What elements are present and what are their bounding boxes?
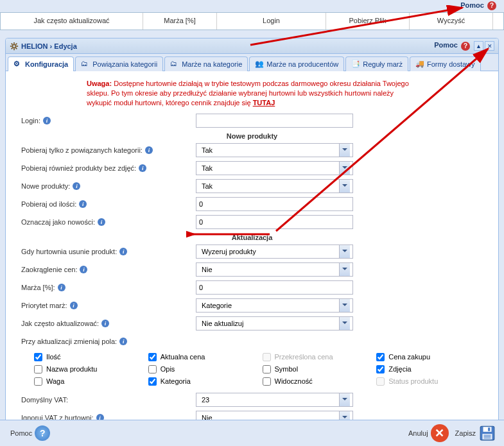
check-cena-zakupu[interactable]: Cena zakupu: [376, 353, 488, 361]
info-icon[interactable]: i: [98, 218, 105, 226]
login-input[interactable]: [196, 114, 353, 128]
info-icon[interactable]: i: [80, 266, 87, 273]
toolbar-col[interactable]: Pobierz Plik: [326, 13, 410, 30]
rounding-label: Zaokrąglenie cen:: [21, 266, 77, 273]
info-icon[interactable]: i: [43, 117, 51, 124]
toolbar-col[interactable]: Jak często aktualizować: [1, 13, 143, 30]
toolbar-col[interactable]: Wyczyść: [410, 13, 493, 30]
check-symbol[interactable]: Symbol: [263, 365, 374, 373]
checkbox-label: Przekreślona cena: [275, 353, 333, 361]
checkbox-label: Symbol: [275, 365, 299, 373]
default-vat-select[interactable]: 23: [196, 393, 353, 407]
update-freq-select[interactable]: Nie aktualizuj: [196, 316, 353, 330]
tab-icon: 🗂: [81, 60, 90, 69]
info-icon[interactable]: i: [70, 302, 78, 309]
checkbox-label: Status produktu: [388, 377, 438, 385]
margin-label: Marża [%]:: [21, 284, 55, 291]
check-aktualna-cena[interactable]: Aktualna cena: [148, 353, 260, 361]
section-update: Aktualizacja: [16, 234, 488, 241]
help-icon: ?: [461, 42, 470, 51]
mark-new-input[interactable]: [196, 215, 353, 229]
checkbox[interactable]: [148, 365, 157, 373]
update-freq-label: Jak często aktualizować:: [21, 320, 99, 327]
top-help-link[interactable]: Pomoc ?: [460, 1, 496, 10]
checkbox[interactable]: [376, 353, 385, 361]
tab-strip: ⚙Konfiguracja🗂Powiązania kategorii🗂Marże…: [6, 54, 498, 71]
info-icon[interactable]: i: [145, 146, 153, 154]
info-icon[interactable]: i: [139, 164, 146, 172]
update-fields-checks: IlośćAktualna cenaPrzekreślona cenaCena …: [34, 353, 488, 386]
tab-icon: 📑: [351, 60, 360, 69]
form-body: Uwaga: Dostępne hurtownie działają w try…: [6, 71, 498, 429]
chevron-down-icon: [339, 317, 350, 330]
panel-help-link[interactable]: Pomoc ?: [434, 41, 470, 50]
check-waga[interactable]: Waga: [34, 377, 146, 386]
help-icon: ?: [487, 1, 496, 10]
checkbox-label: Waga: [46, 377, 64, 385]
margin-input[interactable]: [196, 280, 353, 295]
checkbox-label: Ilość: [46, 353, 61, 361]
check-ilość[interactable]: Ilość: [34, 353, 146, 361]
svg-line-8: [16, 43, 17, 44]
on-remove-select[interactable]: Wyzeruj produkty: [196, 244, 353, 259]
linked-cats-select[interactable]: Tak: [196, 143, 353, 157]
checkbox[interactable]: [34, 377, 42, 386]
info-icon[interactable]: i: [101, 320, 109, 327]
mark-new-label: Oznaczaj jako nowości:: [21, 218, 95, 226]
chevron-down-icon: [339, 299, 350, 312]
close-button[interactable]: ✕: [485, 41, 494, 51]
new-products-select[interactable]: Tak: [196, 179, 353, 193]
warning-link[interactable]: TUTAJ: [253, 99, 275, 107]
check-zdjęcia[interactable]: Zdjęcia: [376, 365, 488, 373]
info-icon[interactable]: i: [58, 284, 65, 291]
info-icon[interactable]: i: [119, 338, 127, 345]
checkbox[interactable]: [376, 365, 385, 373]
checkbox-label: Widoczność: [275, 377, 313, 385]
chevron-down-icon: [339, 263, 350, 276]
checkbox: [376, 377, 385, 386]
rounding-select[interactable]: Nie: [196, 262, 353, 277]
margin-priority-select[interactable]: Kategorie: [196, 298, 353, 313]
tab-marże-na-kategorie[interactable]: 🗂Marże na kategorie: [164, 56, 248, 71]
checkbox[interactable]: [263, 365, 271, 373]
tab-reguły-marż[interactable]: 📑Reguły marż: [345, 56, 408, 71]
on-remove-label: Gdy hurtownia usunie produkt:: [21, 248, 117, 255]
tab-icon: 🗂: [170, 60, 179, 69]
check-opis[interactable]: Opis: [148, 365, 260, 373]
collapse-button[interactable]: ▲: [474, 41, 483, 51]
check-status-produktu: Status produktu: [376, 377, 488, 386]
panel-header: HELION › Edycja Pomoc ? ▲ ✕: [6, 39, 498, 54]
chevron-down-icon: [339, 245, 350, 258]
no-photos-label: Pobieraj również produkty bez zdjęć:: [21, 164, 136, 172]
gear-icon: [10, 42, 19, 51]
footer-help-label: Pomoc: [10, 429, 32, 437]
tab-marże-na-producentów[interactable]: 👥Marże na producentów: [249, 56, 344, 71]
checkbox[interactable]: [263, 377, 271, 386]
checkbox-label: Nazwa produktu: [46, 365, 98, 373]
footer-bar: Pomoc ? Anuluj ✕ Zapisz: [0, 420, 504, 446]
checkbox[interactable]: [34, 365, 42, 373]
tab-powiązania-kategorii[interactable]: 🗂Powiązania kategorii: [75, 56, 163, 71]
save-button[interactable]: [478, 424, 496, 442]
no-photos-select[interactable]: Tak: [196, 161, 353, 175]
cancel-button[interactable]: ✕: [431, 424, 449, 442]
tab-konfiguracja[interactable]: ⚙Konfiguracja: [8, 56, 74, 71]
toolbar-col[interactable]: Marża [%]: [143, 13, 217, 30]
info-icon[interactable]: i: [119, 248, 127, 255]
tab-formy-dostawy[interactable]: 🚚Formy dostawy: [410, 56, 481, 71]
checkbox[interactable]: [148, 377, 157, 386]
from-qty-input[interactable]: [196, 197, 353, 211]
check-nazwa-produktu[interactable]: Nazwa produktu: [34, 365, 146, 373]
svg-line-6: [16, 47, 17, 49]
info-icon[interactable]: i: [73, 182, 80, 190]
from-qty-label: Pobieraj od ilości:: [21, 200, 76, 208]
check-kategoria[interactable]: Kategoria: [148, 377, 260, 386]
checkbox[interactable]: [34, 353, 42, 361]
checkbox-label: Kategoria: [161, 377, 191, 385]
check-widoczność[interactable]: Widoczność: [263, 377, 374, 386]
info-icon[interactable]: i: [79, 200, 87, 208]
help-icon[interactable]: ?: [35, 425, 50, 441]
toolbar-col[interactable]: Login: [217, 13, 326, 30]
update-fields-label: Przy aktualizacji zmieniaj pola:: [21, 338, 117, 345]
checkbox[interactable]: [148, 353, 157, 361]
